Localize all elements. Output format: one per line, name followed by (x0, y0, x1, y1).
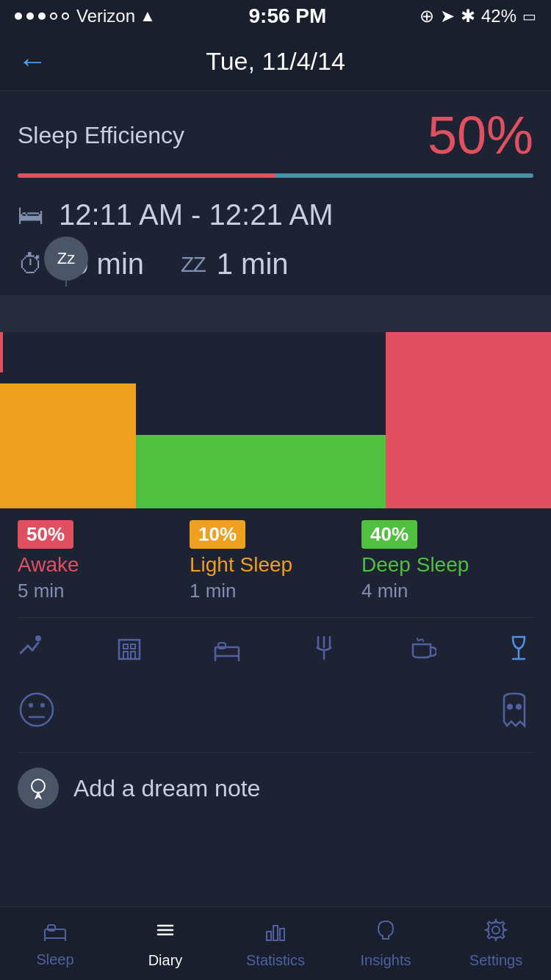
status-right: ⊕ ➤ ✱ 42% ▭ (419, 6, 536, 26)
sleep-efficiency-section: Sleep Efficiency 50% (18, 109, 533, 162)
chart-bars (0, 332, 551, 508)
svg-rect-1 (119, 640, 140, 659)
sleep-time-value: 1 min (217, 248, 289, 281)
bed-icon: 🛏 (18, 200, 44, 231)
activity-section (0, 618, 551, 683)
tab-diary[interactable]: Diary (110, 918, 220, 969)
sleep-efficiency-value: 50% (428, 109, 533, 162)
bar-awake (0, 383, 136, 508)
svg-point-0 (35, 635, 41, 641)
stats-row: ⏱ 10 min ZZ 1 min (18, 248, 533, 281)
chart-area (0, 332, 551, 508)
nav-header: ← Tue, 11/4/14 (0, 32, 551, 91)
zzz-icon: ZZ (181, 252, 205, 277)
deep-sleep-badge: 40% (361, 520, 417, 549)
red-marker-line (0, 332, 3, 372)
bar-light-sleep (136, 435, 386, 508)
emoji-section (0, 683, 551, 752)
tab-statistics-icon (264, 918, 287, 948)
sleep-time-stat: ZZ 1 min (181, 248, 288, 281)
legend-awake: 50% Awake 5 min (18, 520, 190, 602)
svg-point-22 (32, 779, 45, 793)
tab-sleep-label: Sleep (36, 951, 73, 968)
location-icon: ⊕ (419, 6, 434, 26)
svg-point-21 (516, 704, 522, 710)
wine-icon[interactable] (504, 633, 533, 669)
exercise-icon[interactable] (18, 633, 47, 669)
zz-bubble: Zz (44, 237, 88, 281)
tab-bar: Sleep Diary Statistics Insights (0, 907, 551, 980)
carrier-label: Verizon (76, 6, 135, 26)
svg-rect-5 (131, 652, 135, 659)
tab-sleep[interactable]: Sleep (0, 920, 110, 968)
dream-note-label: Add a dream note (73, 775, 260, 802)
dream-note-row[interactable]: Add a dream note (0, 753, 551, 824)
svg-rect-32 (280, 929, 284, 940)
timer-icon: ⏱ (18, 249, 44, 280)
legend-deep-sleep: 40% Deep Sleep 4 min (361, 520, 533, 602)
awake-label: Awake (18, 553, 190, 577)
deep-sleep-label: Deep Sleep (361, 553, 533, 577)
tab-sleep-icon (43, 920, 67, 947)
svg-rect-2 (123, 644, 128, 649)
signal-dot-1 (15, 12, 22, 20)
signal-dot-4 (50, 12, 57, 20)
chart-container: Zz (0, 295, 551, 508)
battery-icon: ▭ (522, 7, 536, 25)
tab-diary-label: Diary (148, 952, 183, 969)
battery-percent: 42% (481, 6, 516, 26)
svg-rect-4 (123, 652, 128, 659)
svg-rect-30 (267, 932, 271, 940)
status-time: 9:56 PM (248, 4, 326, 28)
svg-point-20 (507, 704, 513, 710)
svg-rect-31 (273, 926, 278, 940)
ghost-icon[interactable] (495, 691, 533, 738)
status-bar: Verizon ▲ 9:56 PM ⊕ ➤ ✱ 42% ▭ (0, 0, 551, 32)
coffee-icon[interactable] (407, 633, 436, 669)
tab-settings[interactable]: Settings (441, 918, 551, 969)
back-button[interactable]: ← (18, 45, 47, 78)
svg-point-18 (40, 703, 45, 707)
sleep-time-row: 🛏 12:11 AM - 12:21 AM (18, 198, 533, 231)
legend-light-sleep: 10% Light Sleep 1 min (190, 520, 361, 602)
signal-dot-3 (38, 12, 46, 20)
svg-point-33 (492, 926, 500, 934)
signal-dot-5 (62, 12, 69, 20)
wifi-icon: ▲ (140, 7, 156, 26)
light-sleep-time: 1 min (190, 580, 361, 602)
building-icon[interactable] (115, 633, 144, 669)
tab-statistics-label: Statistics (246, 952, 305, 969)
tab-settings-label: Settings (469, 952, 522, 969)
tab-insights[interactable]: Insights (331, 918, 441, 969)
legend-section: 50% Awake 5 min 10% Light Sleep 1 min 40… (0, 508, 551, 617)
bluetooth-icon: ✱ (461, 6, 475, 26)
light-sleep-badge: 10% (190, 520, 245, 549)
dream-note-icon (18, 768, 59, 809)
signal-dot-2 (26, 12, 34, 20)
tab-settings-icon (484, 918, 508, 948)
svg-rect-3 (131, 644, 135, 649)
tab-diary-icon (154, 918, 177, 948)
tab-statistics[interactable]: Statistics (220, 918, 331, 969)
page-title: Tue, 11/4/14 (206, 47, 345, 76)
svg-point-16 (21, 693, 53, 726)
chart-top-band (0, 295, 551, 332)
sleep-time-range: 12:11 AM - 12:21 AM (59, 198, 334, 231)
sleep-bed-icon[interactable] (212, 633, 242, 669)
svg-point-17 (29, 703, 33, 707)
awake-time: 5 min (18, 580, 190, 602)
progress-bar-fill (18, 173, 276, 178)
deep-sleep-time: 4 min (361, 580, 533, 602)
light-sleep-label: Light Sleep (190, 553, 361, 577)
tab-insights-label: Insights (361, 952, 411, 969)
awake-badge: 50% (18, 520, 73, 549)
progress-bar (18, 173, 533, 178)
tab-insights-icon (374, 918, 397, 948)
sleep-efficiency-label: Sleep Efficiency (18, 122, 184, 149)
face-neutral-icon[interactable] (18, 691, 56, 738)
status-left: Verizon ▲ (15, 6, 156, 26)
bar-deep-sleep (386, 332, 551, 508)
navigation-icon: ➤ (440, 6, 455, 26)
food-icon[interactable] (309, 633, 339, 669)
